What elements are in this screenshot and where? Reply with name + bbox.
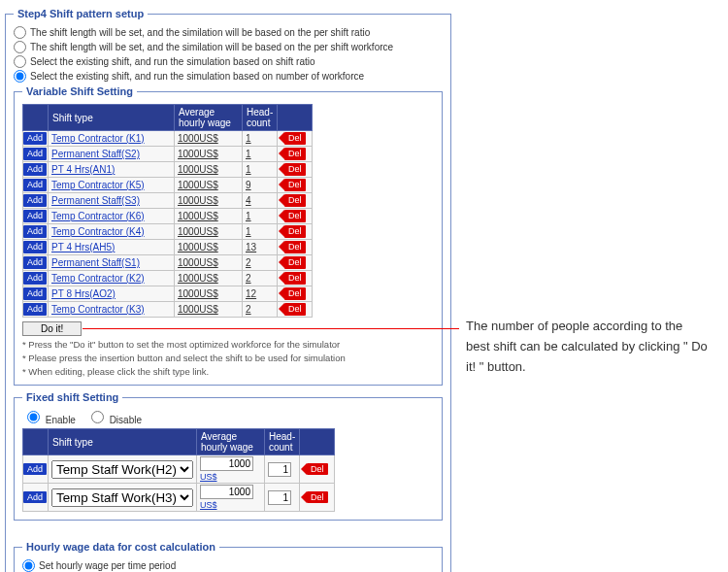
shift-select[interactable]: Temp Staff Work(H2)	[51, 460, 193, 479]
add-button[interactable]: Add	[23, 241, 47, 253]
table-row: AddTemp Contractor (K6)1000US$1Del	[23, 209, 313, 224]
wage-value: 1000US$	[178, 133, 218, 144]
add-button[interactable]: Add	[23, 463, 47, 476]
delete-button[interactable]: Del	[284, 241, 306, 253]
wage-value: 1000US$	[178, 242, 218, 252]
shift-type-link[interactable]: Temp Contractor (K4)	[51, 226, 145, 237]
note-3: * When editing, please click the shift t…	[22, 366, 434, 377]
delete-button[interactable]: Del	[284, 272, 306, 285]
wage-value: 1000US$	[178, 195, 218, 206]
table-row: AddPermanent Staff(S3)1000US$4Del	[23, 193, 313, 209]
note-1: * Press the "Do it" button to set the mo…	[22, 339, 434, 350]
headcount-input[interactable]	[268, 462, 291, 477]
wage-value: 1000US$	[178, 273, 218, 284]
wage-value: 1000US$	[178, 257, 218, 268]
wage-value: 1000US$	[178, 164, 218, 175]
col-shift-type: Shift type	[49, 105, 175, 131]
table-row: AddTemp Contractor (K5)1000US$9Del	[23, 178, 313, 193]
shift-type-link[interactable]: Temp Contractor (K1)	[51, 133, 145, 144]
option-radio-1[interactable]	[14, 41, 26, 53]
add-button[interactable]: Add	[23, 225, 47, 238]
headcount-value: 13	[246, 242, 256, 252]
shift-type-link[interactable]: Permanent Staff(S2)	[51, 149, 140, 159]
enable-row: Enable Disable	[22, 408, 434, 425]
option-row: The shift length will be set, and the si…	[14, 41, 443, 53]
headcount-value: 9	[246, 180, 251, 190]
shift-type-link[interactable]: PT 4 Hrs(AH5)	[51, 242, 115, 252]
option-row: Select the existing shift, and run the s…	[14, 70, 443, 83]
shift-type-link[interactable]: Temp Contractor (K5)	[51, 180, 145, 190]
disable-radio[interactable]	[91, 411, 104, 423]
shift-type-link[interactable]: Temp Contractor (K6)	[51, 211, 145, 221]
add-button[interactable]: Add	[23, 272, 47, 285]
hourly-legend: Hourly wage data for cost calculation	[22, 541, 219, 553]
delete-button[interactable]: Del	[307, 491, 328, 504]
shift-select[interactable]: Temp Staff Work(H3)	[51, 488, 193, 507]
col-avg-wage: Average hourly wage	[175, 105, 243, 131]
option-radio-2[interactable]	[14, 55, 26, 68]
delete-button[interactable]: Del	[284, 210, 306, 222]
hourly-opt-row: Set hourly wage per time period	[22, 559, 434, 572]
col-headcount: Head-count	[243, 105, 278, 131]
headcount-input[interactable]	[268, 490, 291, 505]
delete-button[interactable]: Del	[284, 179, 306, 191]
add-button[interactable]: Add	[23, 132, 47, 145]
table-row: AddTemp Staff Work(H2) US$Del	[23, 455, 335, 484]
add-button[interactable]: Add	[23, 194, 47, 207]
shift-type-link[interactable]: PT 8 Hrs(AO2)	[51, 288, 116, 299]
table-row: AddTemp Contractor (K2)1000US$2Del	[23, 271, 313, 286]
table-row: AddPT 8 Hrs(AO2)1000US$12Del	[23, 286, 313, 302]
delete-button[interactable]: Del	[284, 225, 306, 238]
headcount-value: 1	[246, 211, 251, 221]
disable-label: Disable	[110, 415, 142, 425]
table-row: AddTemp Contractor (K3)1000US$2Del	[23, 302, 313, 318]
add-button[interactable]: Add	[23, 303, 47, 316]
delete-button[interactable]: Del	[284, 132, 306, 145]
add-button[interactable]: Add	[23, 210, 47, 222]
add-button[interactable]: Add	[23, 179, 47, 191]
table-row: AddTemp Contractor (K1)1000US$1Del	[23, 131, 313, 147]
wage-value: 1000US$	[178, 288, 218, 299]
hourly-opt1-radio[interactable]	[22, 559, 35, 572]
delete-button[interactable]: Del	[284, 194, 306, 207]
enable-radio[interactable]	[27, 411, 40, 423]
col-avg-wage: Average hourly wage	[197, 429, 265, 455]
currency-label: US$	[200, 500, 217, 510]
wage-value: 1000US$	[178, 304, 218, 315]
step4-fieldset: Step4 Shift pattern setup The shift leng…	[5, 8, 451, 572]
add-button[interactable]: Add	[23, 163, 47, 176]
enable-label: Enable	[46, 415, 76, 425]
wage-input[interactable]	[200, 485, 253, 499]
option-label: Select the existing shift, and run the s…	[30, 71, 364, 82]
shift-type-link[interactable]: PT 4 Hrs(AN1)	[51, 164, 115, 175]
shift-type-link[interactable]: Permanent Staff(S3)	[51, 195, 140, 206]
do-it-button[interactable]: Do it!	[22, 321, 82, 336]
delete-button[interactable]: Del	[284, 287, 306, 300]
currency-label: US$	[200, 472, 217, 482]
delete-button[interactable]: Del	[284, 256, 306, 269]
headcount-value: 1	[246, 133, 251, 144]
shift-type-link[interactable]: Temp Contractor (K2)	[51, 273, 145, 284]
shift-type-link[interactable]: Temp Contractor (K3)	[51, 304, 145, 315]
option-label: Select the existing shift, and run the s…	[30, 56, 315, 67]
headcount-value: 4	[246, 195, 251, 206]
headcount-value: 2	[246, 273, 251, 284]
delete-button[interactable]: Del	[284, 148, 306, 160]
add-button[interactable]: Add	[23, 287, 47, 300]
variable-legend: Variable Shift Setting	[22, 85, 137, 97]
delete-button[interactable]: Del	[307, 463, 328, 476]
add-button[interactable]: Add	[23, 491, 47, 504]
shift-type-link[interactable]: Permanent Staff(S1)	[51, 257, 140, 268]
add-button[interactable]: Add	[23, 148, 47, 160]
wage-value: 1000US$	[178, 180, 218, 190]
delete-button[interactable]: Del	[284, 303, 306, 316]
col-headcount: Head-count	[265, 429, 300, 455]
option-radio-0[interactable]	[14, 26, 26, 39]
option-radio-3[interactable]	[14, 70, 26, 83]
delete-button[interactable]: Del	[284, 163, 306, 176]
table-row: AddPT 4 Hrs(AH5)1000US$13Del	[23, 240, 313, 255]
add-button[interactable]: Add	[23, 256, 47, 269]
variable-shift-fieldset: Variable Shift Setting Shift type Averag…	[14, 85, 443, 386]
headcount-value: 2	[246, 304, 251, 315]
wage-input[interactable]	[200, 456, 253, 471]
